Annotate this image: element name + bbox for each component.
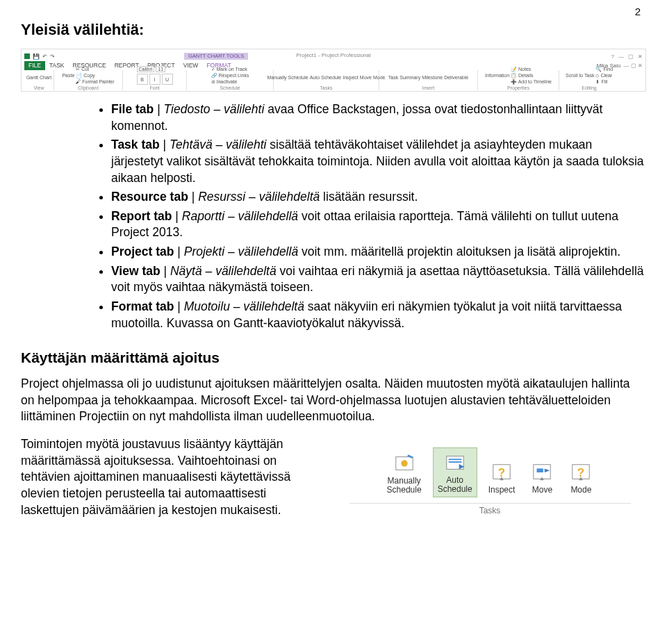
list-item: Format tab | Muotoilu – välilehdeltä saa… xyxy=(111,299,646,331)
group-schedule-label: Schedule xyxy=(220,85,240,90)
heading-tabs: Yleisiä välilehtiä: xyxy=(21,21,646,39)
copy-button[interactable]: 📄 Copy xyxy=(76,72,114,79)
svg-rect-4 xyxy=(448,459,461,460)
inspect-icon: ? xyxy=(490,461,513,484)
task-button-label: Inspect xyxy=(488,486,516,495)
group-properties-label: Properties xyxy=(507,85,529,90)
group-font-label: Font xyxy=(149,85,159,90)
list-item: Project tab | Projekti – välilehdellä vo… xyxy=(111,244,646,261)
add-timeline-button[interactable]: ➕ Add to Timeline xyxy=(511,79,552,85)
help-icon[interactable]: ? xyxy=(611,53,614,60)
group-editing-label: Editing xyxy=(582,85,596,90)
move-button[interactable]: Move xyxy=(360,74,372,81)
tasks-group-illustration: Manually ScheduleAuto Schedule?InspectMo… xyxy=(334,436,646,518)
format-painter-button[interactable]: 🖌 Format Painter xyxy=(76,79,114,85)
page-number: 2 xyxy=(635,6,641,17)
heading-scheduling: Käyttäjän määrittämä ajoitus xyxy=(21,349,646,366)
task-button-label: Auto Schedule xyxy=(438,476,472,494)
redo-icon[interactable]: ↷ xyxy=(50,53,55,60)
task-inspect-button[interactable]: ?Inspect xyxy=(484,458,520,497)
respect-links-button[interactable]: 🔗 Respect Links xyxy=(211,72,249,79)
svg-point-1 xyxy=(401,460,407,466)
task-button-label: Manually Schedule xyxy=(387,477,422,495)
manual-icon xyxy=(393,452,416,475)
task-button[interactable]: Task xyxy=(388,74,398,81)
font-size-select[interactable]: 11 xyxy=(156,66,165,72)
list-item: File tab | Tiedosto – välilehti avaa Off… xyxy=(111,101,646,134)
quick-access-toolbar: 💾 ↶ ↷ xyxy=(24,53,59,60)
scroll-to-task-button[interactable]: Scroll to Task xyxy=(566,72,595,79)
mode-icon: ? xyxy=(569,461,593,484)
maximize-icon[interactable]: ▢ xyxy=(628,53,634,60)
italic-button[interactable]: I xyxy=(149,74,160,85)
font-name-select[interactable]: Calibri xyxy=(137,66,155,72)
task-button-label: Mode xyxy=(570,486,591,495)
group-insert-label: Insert xyxy=(422,85,435,90)
list-item: Resource tab | Resurssi – välilehdeltä l… xyxy=(111,189,646,206)
tasks-group-label: Tasks xyxy=(349,503,631,515)
minimize-icon[interactable]: — xyxy=(618,53,624,60)
group-tasks-label: Tasks xyxy=(320,85,333,90)
information-button[interactable]: Information xyxy=(485,72,509,79)
group-clipboard-label: Clipboard xyxy=(78,85,99,90)
intro-paragraph: Project ohjelmassa oli jo uudistunut ajo… xyxy=(21,376,646,425)
task-mode-button[interactable]: ?Mode xyxy=(565,458,597,497)
mark-on-track-button[interactable]: ✓ Mark on Track xyxy=(211,66,249,72)
manual-schedule-button[interactable]: Manually Schedule xyxy=(267,74,308,81)
gantt-chart-button[interactable]: Gantt Chart xyxy=(26,74,51,81)
side-paragraph: Toimintojen myötä joustavuus lisääntyy k… xyxy=(21,436,313,518)
summary-button[interactable]: Summary xyxy=(400,74,420,81)
svg-rect-5 xyxy=(448,461,461,463)
auto-icon xyxy=(443,451,467,474)
tab-view[interactable]: VIEW xyxy=(179,61,203,70)
deliverable-button[interactable]: Deliverable xyxy=(444,74,468,81)
group-view-label: View xyxy=(33,85,44,90)
tabs-bullet-list: File tab | Tiedosto – välilehti avaa Off… xyxy=(21,101,646,331)
notes-button[interactable]: 📝 Notes xyxy=(511,66,552,72)
auto-schedule-button[interactable]: Auto Schedule xyxy=(310,74,342,81)
task-button-label: Move xyxy=(532,486,552,495)
bold-button[interactable]: B xyxy=(137,74,148,85)
list-item: View tab | Näytä – välilehdeltä voi vaih… xyxy=(111,263,646,296)
project-icon xyxy=(24,53,30,59)
undo-icon[interactable]: ↶ xyxy=(42,53,47,60)
inspect-button[interactable]: Inspect xyxy=(343,74,359,81)
context-tool-label: GANTT CHART TOOLS xyxy=(184,53,248,60)
clear-button[interactable]: ◇ Clear xyxy=(595,72,613,79)
underline-button[interactable]: U xyxy=(162,74,173,85)
save-icon[interactable]: 💾 xyxy=(33,53,40,60)
move-icon xyxy=(530,461,554,484)
find-button[interactable]: 🔍 Find xyxy=(595,66,613,72)
close-icon[interactable]: ✕ xyxy=(638,53,643,60)
cut-button[interactable]: ✂ Cut xyxy=(76,66,114,72)
svg-rect-9 xyxy=(537,469,543,473)
task-move-button[interactable]: Move xyxy=(526,458,558,497)
details-button[interactable]: 📋 Details xyxy=(511,72,552,79)
fill-button[interactable]: ⬇ Fill xyxy=(595,79,613,85)
list-item: Task tab | Tehtävä – välilehti sisältää … xyxy=(111,137,646,186)
task-auto-button[interactable]: Auto Schedule xyxy=(433,447,477,497)
ribbon-screenshot: Project1 - Project Professional 💾 ↶ ↷ GA… xyxy=(21,49,646,92)
milestone-button[interactable]: Milestone xyxy=(422,74,443,81)
paste-button[interactable]: Paste xyxy=(62,72,74,79)
task-manual-button[interactable]: Manually Schedule xyxy=(383,449,426,497)
inactivate-button[interactable]: ⊘ Inactivate xyxy=(211,79,249,85)
list-item: Report tab | Raportti – välilehdellä voi… xyxy=(111,208,646,241)
tab-file[interactable]: FILE xyxy=(24,61,45,70)
